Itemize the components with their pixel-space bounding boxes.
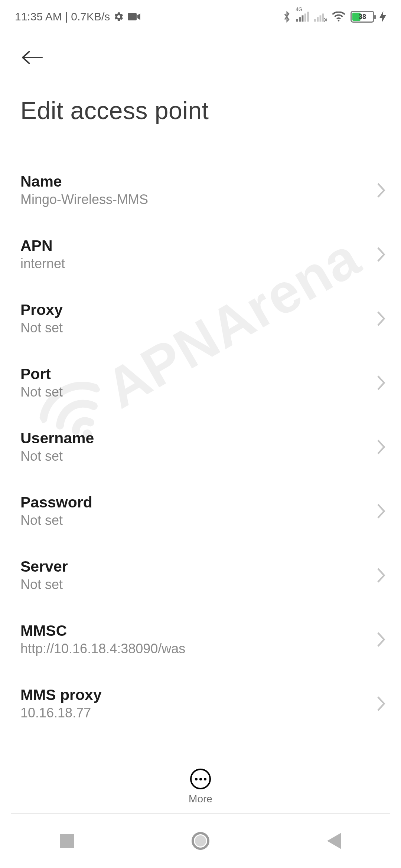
item-label: Name <box>20 173 148 190</box>
navigation-bar <box>0 814 401 868</box>
chevron-right-icon <box>376 696 386 711</box>
item-label: MMS proxy <box>20 686 102 704</box>
chevron-right-icon <box>376 568 386 583</box>
item-value: 10.16.18.77 <box>20 705 102 721</box>
nav-home-button[interactable] <box>163 822 238 859</box>
status-left: 11:35 AM | 0.7KB/s <box>15 10 140 23</box>
svg-rect-3 <box>302 15 304 22</box>
apn-setting-port[interactable]: Port Not set <box>0 351 401 415</box>
apn-setting-server[interactable]: Server Not set <box>0 543 401 607</box>
charging-icon <box>379 11 386 23</box>
nav-recent-button[interactable] <box>30 822 104 859</box>
nav-back-button[interactable] <box>297 822 371 859</box>
svg-point-10 <box>338 20 340 22</box>
item-value: http://10.16.18.4:38090/was <box>20 641 185 657</box>
svg-rect-6 <box>314 19 316 22</box>
back-button[interactable] <box>20 45 46 70</box>
camera-icon <box>128 12 140 21</box>
signal-4g-icon: 4G <box>296 11 309 22</box>
svg-rect-9 <box>322 14 324 22</box>
item-label: Port <box>20 365 63 383</box>
apn-setting-password[interactable]: Password Not set <box>0 479 401 543</box>
more-button[interactable]: More <box>0 769 401 805</box>
chevron-right-icon <box>376 632 386 647</box>
item-value: internet <box>20 256 65 272</box>
status-bar: 11:35 AM | 0.7KB/s 4G <box>0 0 401 30</box>
apn-setting-username[interactable]: Username Not set <box>0 415 401 479</box>
svg-rect-8 <box>320 15 322 22</box>
circle-icon <box>192 832 209 850</box>
chevron-right-icon <box>376 375 386 391</box>
triangle-left-icon <box>327 833 341 849</box>
item-label: Username <box>20 430 94 447</box>
item-value: Not set <box>20 513 92 528</box>
apn-setting-proxy[interactable]: Proxy Not set <box>0 286 401 351</box>
item-label: APN <box>20 237 65 254</box>
bluetooth-icon <box>283 10 291 23</box>
square-icon <box>60 834 74 848</box>
svg-rect-0 <box>128 13 137 20</box>
svg-rect-5 <box>307 12 309 22</box>
svg-rect-7 <box>317 17 319 22</box>
gear-icon <box>114 11 124 22</box>
chevron-right-icon <box>376 439 386 455</box>
item-label: MMSC <box>20 622 185 640</box>
item-label: Server <box>20 558 68 575</box>
item-value: Not set <box>20 384 63 400</box>
arrow-left-icon <box>20 49 44 66</box>
more-horizontal-icon <box>190 769 211 789</box>
wifi-icon <box>332 11 345 22</box>
header: Edit access point <box>0 30 401 125</box>
item-label: Password <box>20 494 92 511</box>
item-value: Mingo-Wireless-MMS <box>20 192 148 207</box>
apn-setting-mmsc[interactable]: MMSC http://10.16.18.4:38090/was <box>0 607 401 671</box>
apn-setting-mms-proxy[interactable]: MMS proxy 10.16.18.77 <box>0 671 401 723</box>
item-value: Not set <box>20 320 63 336</box>
battery-icon: 38 <box>351 11 374 23</box>
status-right: 4G 38 <box>283 10 386 23</box>
chevron-right-icon <box>376 503 386 519</box>
chevron-right-icon <box>376 183 386 198</box>
apn-setting-apn[interactable]: APN internet <box>0 222 401 286</box>
page-title: Edit access point <box>20 96 381 125</box>
item-value: Not set <box>20 448 94 464</box>
status-time: 11:35 AM | 0.7KB/s <box>15 10 110 23</box>
chevron-right-icon <box>376 247 386 262</box>
apn-setting-name[interactable]: Name Mingo-Wireless-MMS <box>0 158 401 222</box>
more-label: More <box>189 793 212 805</box>
chevron-right-icon <box>376 311 386 326</box>
item-value: Not set <box>20 577 68 592</box>
item-label: Proxy <box>20 301 63 319</box>
svg-rect-1 <box>296 19 298 22</box>
settings-list: Name Mingo-Wireless-MMS APN internet Pro… <box>0 158 401 723</box>
svg-rect-2 <box>299 17 301 22</box>
signal-sim2-icon <box>314 11 327 22</box>
svg-rect-4 <box>304 14 306 22</box>
